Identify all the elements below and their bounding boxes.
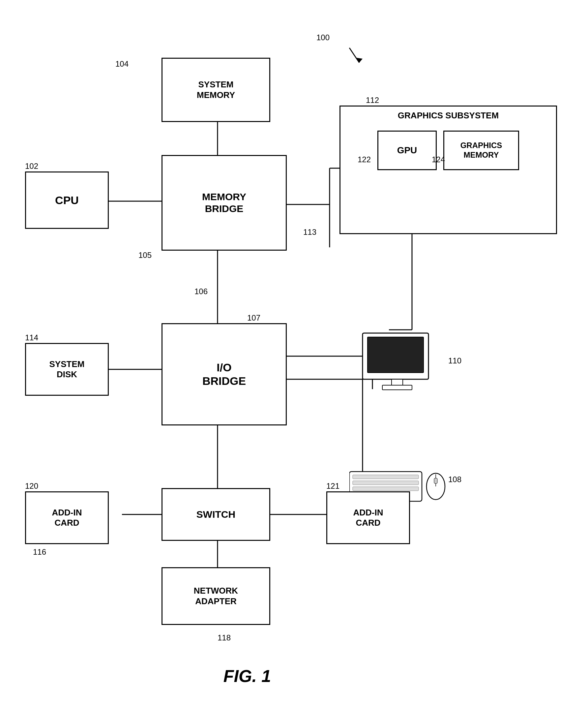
graphics-subsystem-box: GRAPHICS SUBSYSTEM GPU GRAPHICSMEMORY xyxy=(339,105,557,234)
ref-100: 100 xyxy=(316,33,330,42)
svg-marker-19 xyxy=(356,58,362,63)
ref-110: 110 xyxy=(448,356,461,365)
figure-caption: FIG. 1 xyxy=(181,666,313,686)
ref-120: 120 xyxy=(25,482,38,491)
ref-114: 114 xyxy=(25,333,38,342)
ref-106: 106 xyxy=(194,287,208,296)
ref-124: 124 xyxy=(432,155,445,164)
ref-113: 113 xyxy=(303,227,316,237)
svg-rect-31 xyxy=(434,478,437,484)
ref-112: 112 xyxy=(366,96,379,105)
graphics-memory-box: GRAPHICSMEMORY xyxy=(443,130,519,170)
ref-116: 116 xyxy=(33,547,46,557)
svg-rect-21 xyxy=(368,337,423,373)
system-memory-box: SYSTEMMEMORY xyxy=(162,58,270,122)
ref-108: 108 xyxy=(448,475,461,484)
diagram-container: 100 SYSTEMMEMORY 104 MEMORYBRIDGE CPU 10… xyxy=(0,0,588,712)
svg-rect-26 xyxy=(353,481,419,485)
svg-rect-23 xyxy=(382,385,412,390)
memory-bridge-box: MEMORYBRIDGE xyxy=(162,155,287,251)
ref-121: 121 xyxy=(326,482,339,491)
gpu-box: GPU xyxy=(377,130,437,170)
system-disk-box: SYSTEMDISK xyxy=(25,343,109,396)
ref-104: 104 xyxy=(115,59,129,68)
io-bridge-box: I/OBRIDGE xyxy=(162,323,287,425)
ref-118: 118 xyxy=(217,633,231,643)
svg-rect-25 xyxy=(353,475,419,479)
svg-line-18 xyxy=(349,48,359,63)
ref-122: 122 xyxy=(358,155,371,164)
cpu-box: CPU xyxy=(25,171,109,229)
svg-rect-27 xyxy=(353,487,419,491)
ref-107: 107 xyxy=(247,313,260,323)
add-in-card-left-box: ADD-INCARD xyxy=(25,491,109,544)
ref-102: 102 xyxy=(25,162,38,171)
switch-box: SWITCH xyxy=(162,488,270,541)
add-in-card-right-box: ADD-INCARD xyxy=(326,491,410,544)
ref-105: 105 xyxy=(139,251,152,260)
display-monitor xyxy=(359,330,435,396)
network-adapter-box: NETWORKADAPTER xyxy=(162,567,270,625)
